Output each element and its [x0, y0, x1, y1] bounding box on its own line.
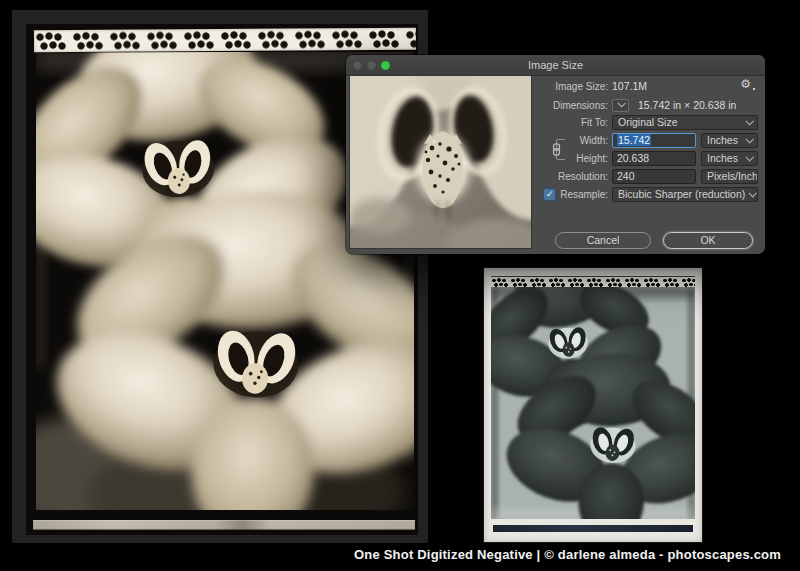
chevron-down-icon: [749, 189, 757, 197]
constrain-proportions-bracket[interactable]: [556, 140, 567, 159]
dialog-title: Image Size: [346, 55, 765, 75]
resolution-unit-select[interactable]: Pixels/Inch: [701, 169, 758, 184]
fit-to-select[interactable]: Original Size: [612, 115, 758, 130]
height-input[interactable]: 20.638: [612, 151, 696, 166]
resample-select[interactable]: Bicubic Sharper (reduction): [612, 187, 758, 202]
chevron-down-icon: [745, 153, 753, 161]
width-label: Width:: [536, 135, 608, 146]
negative-photo-orchids: [491, 287, 695, 519]
chevron-down-icon: [617, 99, 625, 107]
chevron-down-icon: [745, 135, 753, 143]
page-root: Image Size: [0, 0, 800, 571]
resample-label: Resample:: [560, 189, 608, 200]
dialog-preview-image[interactable]: [350, 76, 531, 248]
height-unit-select[interactable]: Inches: [701, 151, 758, 166]
negative-print: [484, 268, 702, 542]
width-unit-select[interactable]: Inches: [701, 133, 758, 148]
image-size-value: 107.1M: [612, 80, 647, 92]
link-icon: [552, 143, 561, 156]
width-input[interactable]: 15.742: [612, 133, 696, 148]
height-value: 20.638: [617, 152, 649, 164]
dimensions-value: 15.742 in × 20.638 in: [638, 99, 736, 111]
cancel-button[interactable]: Cancel: [555, 232, 651, 249]
fit-to-value: Original Size: [618, 116, 678, 128]
resample-value: Bicubic Sharper (reduction): [618, 188, 745, 200]
print-footer-strip: [33, 520, 415, 530]
ok-button[interactable]: OK: [663, 232, 753, 249]
dimensions-disclosure-button[interactable]: [612, 99, 629, 112]
resolution-value: 240: [617, 170, 635, 182]
dimensions-label: Dimensions:: [536, 100, 608, 111]
film-code-strip: [34, 28, 416, 52]
resolution-input[interactable]: 240: [612, 169, 696, 184]
height-label: Height:: [536, 153, 608, 164]
resolution-unit-value: Pixels/Inch: [707, 170, 758, 182]
chevron-down-icon: [745, 117, 753, 125]
image-size-dialog: Image Size: [346, 55, 765, 254]
width-unit-value: Inches: [707, 134, 738, 146]
caption-text: One Shot Digitized Negative | © darlene …: [354, 547, 781, 562]
resample-checkbox[interactable]: ✓: [543, 188, 556, 201]
height-unit-value: Inches: [707, 152, 738, 164]
width-value: 15.742: [617, 134, 651, 146]
dialog-titlebar[interactable]: Image Size: [346, 55, 765, 76]
resolution-label: Resolution:: [536, 171, 608, 182]
negative-footer-strip: [493, 525, 693, 532]
fit-to-label: Fit To:: [536, 117, 608, 128]
image-size-label: Image Size:: [536, 81, 608, 92]
